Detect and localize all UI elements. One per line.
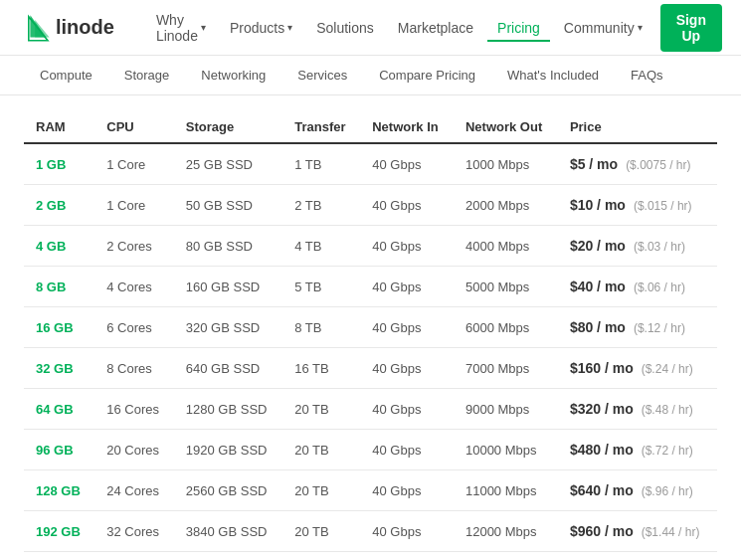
nav-item-community[interactable]: Community ▾ [554,14,652,42]
cell-storage: 320 GB SSD [174,307,282,348]
price-hourly: ($.06 / hr) [634,280,685,294]
sub-nav-networking[interactable]: Networking [185,56,281,94]
cell-cpu: 2 Cores [94,226,174,267]
nav-item-solutions[interactable]: Solutions [306,14,384,42]
price-monthly: $40 / mo [570,279,626,294]
cell-net-out: 12000 Mbps [454,511,558,552]
cell-net-out: 5000 Mbps [454,267,558,307]
price-hourly: ($.015 / hr) [634,199,692,213]
cell-cpu: 16 Cores [94,389,174,430]
logo[interactable]: linode [24,12,114,44]
cell-cpu: 4 Cores [94,267,174,307]
cell-price: $320 / mo($.48 / hr) [558,389,717,430]
sub-nav-whats-included[interactable]: What's Included [491,56,615,94]
cell-ram: 8 GB [24,267,94,307]
price-hourly: ($.48 / hr) [642,403,693,417]
price-hourly: ($.24 / hr) [642,362,693,376]
cell-cpu: 1 Core [94,185,174,226]
nav-item-why-linode[interactable]: Why Linode ▾ [146,6,216,50]
cell-transfer: 5 TB [282,267,360,307]
cell-storage: 1280 GB SSD [174,389,282,430]
cell-cpu: 1 Core [94,143,174,185]
cell-net-out: 6000 Mbps [454,307,558,348]
table-row: 1 GB1 Core25 GB SSD1 TB40 Gbps1000 Mbps$… [24,143,717,185]
table-row: 2 GB1 Core50 GB SSD2 TB40 Gbps2000 Mbps$… [24,185,717,226]
cell-cpu: 20 Cores [94,430,174,470]
table-row: 8 GB4 Cores160 GB SSD5 TB40 Gbps5000 Mbp… [24,267,717,307]
sub-nav-compare[interactable]: Compare Pricing [363,56,491,94]
cell-net-in: 40 Gbps [360,470,454,511]
cell-net-out: 2000 Mbps [454,185,558,226]
signup-button[interactable]: Sign Up [660,4,722,52]
cell-net-in: 40 Gbps [360,430,454,470]
sub-nav-storage[interactable]: Storage [108,56,186,94]
cell-net-out: 7000 Mbps [454,348,558,389]
brand-name: linode [56,16,114,39]
table-header: RAM CPU Storage Transfer Network In Netw… [24,111,717,143]
cell-transfer: 1 TB [282,143,360,185]
cell-transfer: 4 TB [282,226,360,267]
price-monthly: $960 / mo [570,523,634,539]
chevron-down-icon: ▾ [638,22,643,33]
col-header-price: Price [558,111,717,143]
cell-storage: 640 GB SSD [174,348,282,389]
cell-storage: 50 GB SSD [174,185,282,226]
sub-nav-services[interactable]: Services [281,56,363,94]
price-monthly: $80 / mo [570,319,626,335]
table-row: 16 GB6 Cores320 GB SSD8 TB40 Gbps6000 Mb… [24,307,717,348]
main-nav: linode Why Linode ▾ Products ▾ Solutions… [0,0,741,56]
price-monthly: $20 / mo [570,238,626,254]
table-row: 128 GB24 Cores2560 GB SSD20 TB40 Gbps110… [24,470,717,511]
pricing-table: RAM CPU Storage Transfer Network In Netw… [24,111,717,552]
cell-storage: 3840 GB SSD [174,511,282,552]
cell-cpu: 32 Cores [94,511,174,552]
cell-ram: 128 GB [24,470,94,511]
cell-net-in: 40 Gbps [360,185,454,226]
cell-net-out: 1000 Mbps [454,143,558,185]
cell-net-in: 40 Gbps [360,389,454,430]
nav-item-marketplace[interactable]: Marketplace [388,14,483,42]
price-monthly: $320 / mo [570,401,634,417]
price-hourly: ($.12 / hr) [634,321,685,335]
cell-transfer: 16 TB [282,348,360,389]
price-hourly: ($1.44 / hr) [642,525,700,539]
cell-net-in: 40 Gbps [360,511,454,552]
cell-ram: 64 GB [24,389,94,430]
cell-net-out: 11000 Mbps [454,470,558,511]
cell-transfer: 2 TB [282,185,360,226]
cell-net-in: 40 Gbps [360,143,454,185]
cell-storage: 80 GB SSD [174,226,282,267]
price-hourly: ($.03 / hr) [634,240,685,254]
col-header-ram: RAM [24,111,94,143]
cell-transfer: 8 TB [282,307,360,348]
cell-net-out: 10000 Mbps [454,430,558,470]
sub-nav-compute[interactable]: Compute [24,56,108,94]
cell-price: $640 / mo($.96 / hr) [558,470,717,511]
cell-storage: 1920 GB SSD [174,430,282,470]
cell-net-out: 4000 Mbps [454,226,558,267]
cell-transfer: 20 TB [282,430,360,470]
price-hourly: ($.96 / hr) [642,484,693,498]
nav-item-pricing[interactable]: Pricing [487,14,550,42]
table-body: 1 GB1 Core25 GB SSD1 TB40 Gbps1000 Mbps$… [24,143,717,552]
sub-nav-faqs[interactable]: FAQs [615,56,679,94]
cell-storage: 160 GB SSD [174,267,282,307]
chevron-down-icon: ▾ [201,22,206,33]
price-monthly: $5 / mo [570,156,618,172]
cell-storage: 25 GB SSD [174,143,282,185]
cell-ram: 16 GB [24,307,94,348]
cell-ram: 2 GB [24,185,94,226]
cell-price: $20 / mo($.03 / hr) [558,226,717,267]
pricing-table-container: RAM CPU Storage Transfer Network In Netw… [0,95,741,560]
price-monthly: $160 / mo [570,360,634,376]
col-header-cpu: CPU [94,111,174,143]
nav-item-products[interactable]: Products ▾ [220,14,302,42]
cell-net-in: 40 Gbps [360,226,454,267]
cell-ram: 4 GB [24,226,94,267]
cell-cpu: 24 Cores [94,470,174,511]
cell-transfer: 20 TB [282,389,360,430]
table-row: 32 GB8 Cores640 GB SSD16 TB40 Gbps7000 M… [24,348,717,389]
cell-net-out: 9000 Mbps [454,389,558,430]
cell-price: $960 / mo($1.44 / hr) [558,511,717,552]
cell-ram: 1 GB [24,143,94,185]
